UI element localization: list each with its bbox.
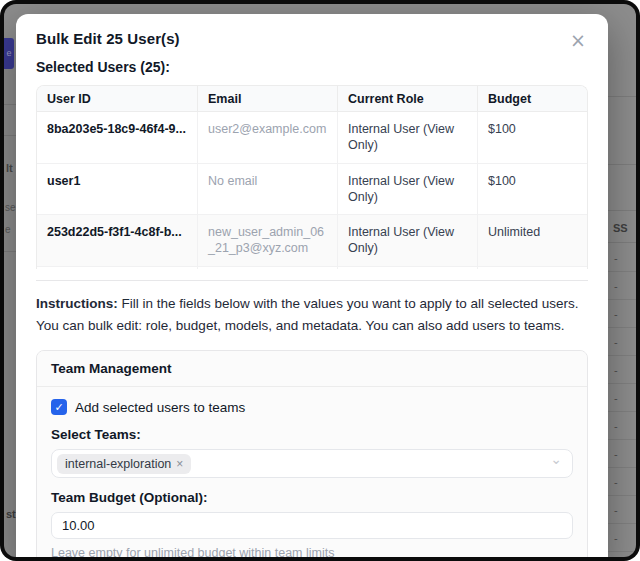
background-column-header-fragment: SS: [613, 222, 628, 234]
select-teams-label: Select Teams:: [51, 427, 573, 442]
add-users-to-teams-checkbox-row[interactable]: ✓ Add selected users to teams: [51, 399, 573, 415]
column-header-email: Email: [197, 86, 337, 111]
background-text-fragment: e: [5, 224, 11, 235]
background-text-fragment: lt: [6, 162, 13, 174]
background-cell-fragment: -: [608, 272, 636, 300]
instructions-text: Instructions: Fill in the fields below w…: [36, 293, 588, 336]
team-budget-input[interactable]: [51, 512, 573, 539]
modal-title: Bulk Edit 25 User(s): [36, 30, 588, 47]
selected-users-table[interactable]: User ID Email Current Role Budget 8ba203…: [36, 85, 588, 269]
background-button-fragment: e: [4, 38, 14, 69]
background-cell-fragment: -: [608, 300, 636, 328]
cell-current-role: Internal User (View Only): [337, 267, 477, 270]
dimmed-page-backdrop: e lt se e st SS ----------- Bulk Edit 25…: [4, 4, 636, 557]
table-row: 5dbd2335-cdd6-47ca-b...interInternal Use…: [37, 267, 587, 270]
selected-team-tag: internal-exploration ×: [57, 454, 191, 474]
background-cell-fragment: -: [608, 496, 636, 524]
background-text-fragment: se: [5, 202, 16, 213]
table-header-row: User ID Email Current Role Budget: [37, 86, 587, 112]
selected-users-label: Selected Users (25):: [36, 59, 588, 75]
cell-user-id: 8ba203e5-18c9-46f4-9...: [37, 112, 197, 163]
background-cell-fragment: -: [608, 384, 636, 412]
chevron-down-icon[interactable]: ⌄: [550, 451, 562, 467]
column-header-current-role: Current Role: [337, 86, 477, 111]
remove-tag-icon[interactable]: ×: [176, 457, 183, 471]
window-frame: e lt se e st SS ----------- Bulk Edit 25…: [0, 0, 640, 561]
cell-budget: $100: [477, 112, 587, 163]
cell-email: user2@example.com: [197, 112, 337, 163]
background-cell-fragment: -: [608, 524, 636, 552]
background-cell-fragment: -: [608, 468, 636, 496]
cell-current-role: Internal User (View Only): [337, 164, 477, 215]
team-management-section: Team Management ✓ Add selected users to …: [36, 350, 588, 557]
cell-budget: Unlimited: [477, 267, 587, 270]
checkbox-label[interactable]: Add selected users to teams: [75, 400, 245, 415]
checkbox-checked-icon[interactable]: ✓: [51, 399, 67, 415]
cell-email: inter: [197, 267, 337, 270]
bulk-edit-modal: Bulk Edit 25 User(s) × Selected Users (2…: [16, 14, 608, 557]
close-icon[interactable]: ×: [566, 28, 590, 52]
background-cell-fragment: -: [608, 328, 636, 356]
cell-budget: $100: [477, 164, 587, 215]
instructions-lead: Instructions:: [36, 296, 118, 311]
cell-user-id: 5dbd2335-cdd6-47ca-b...: [37, 267, 197, 270]
cell-current-role: Internal User (View Only): [337, 215, 477, 266]
table-row: user1No emailInternal User (View Only)$1…: [37, 164, 587, 216]
cell-email: new_user_admin_06_21_p3@xyz.com: [197, 215, 337, 266]
background-cell-fragment: -: [608, 440, 636, 468]
cell-budget: Unlimited: [477, 215, 587, 266]
background-cell-fragment: -: [608, 244, 636, 272]
background-table-fragment: SS -----------: [608, 4, 636, 557]
team-management-title: Team Management: [37, 351, 587, 387]
column-header-budget: Budget: [477, 86, 587, 111]
budget-help-text: Leave empty for unlimited budget within …: [51, 546, 573, 557]
background-cell-fragment: -: [608, 412, 636, 440]
background-text-fragment: st: [6, 508, 16, 520]
background-cell-fragment: -: [608, 356, 636, 384]
cell-user-id: user1: [37, 164, 197, 215]
table-row: 8ba203e5-18c9-46f4-9...user2@example.com…: [37, 112, 587, 164]
column-header-user-id: User ID: [37, 86, 197, 111]
table-row: 253d22d5-f3f1-4c8f-b...new_user_admin_06…: [37, 215, 587, 267]
team-budget-label: Team Budget (Optional):: [51, 490, 573, 505]
cell-email: No email: [197, 164, 337, 215]
team-tag-label: internal-exploration: [65, 457, 171, 471]
cell-current-role: Internal User (View Only): [337, 112, 477, 163]
cell-user-id: 253d22d5-f3f1-4c8f-b...: [37, 215, 197, 266]
section-divider: [36, 280, 588, 281]
teams-multiselect[interactable]: internal-exploration × ⌄: [51, 449, 573, 478]
instructions-body: Fill in the fields below with the values…: [36, 296, 579, 333]
